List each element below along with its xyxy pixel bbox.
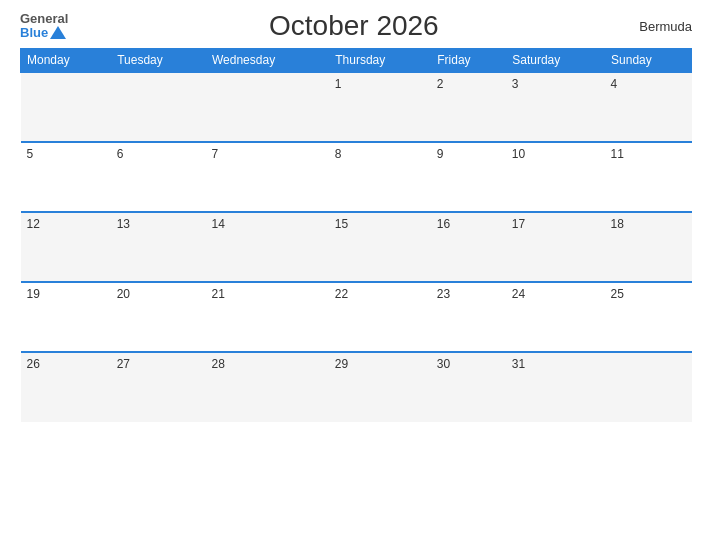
logo-triangle-icon xyxy=(50,26,66,39)
calendar-day-cell: 9 xyxy=(431,142,506,212)
col-wednesday: Wednesday xyxy=(205,49,328,73)
calendar-day-cell: 18 xyxy=(605,212,692,282)
calendar-day-cell: 7 xyxy=(205,142,328,212)
day-number: 31 xyxy=(512,357,525,371)
col-monday: Monday xyxy=(21,49,111,73)
day-number: 27 xyxy=(117,357,130,371)
calendar-day-cell: 13 xyxy=(111,212,206,282)
col-thursday: Thursday xyxy=(329,49,431,73)
calendar-day-cell xyxy=(111,72,206,142)
day-number: 5 xyxy=(27,147,34,161)
day-number: 13 xyxy=(117,217,130,231)
calendar-day-cell: 26 xyxy=(21,352,111,422)
calendar-day-cell: 30 xyxy=(431,352,506,422)
calendar-day-cell: 1 xyxy=(329,72,431,142)
day-number: 9 xyxy=(437,147,444,161)
day-number: 1 xyxy=(335,77,342,91)
header: General Blue October 2026 Bermuda xyxy=(20,10,692,42)
day-number: 26 xyxy=(27,357,40,371)
calendar-day-cell: 28 xyxy=(205,352,328,422)
calendar-table: Monday Tuesday Wednesday Thursday Friday… xyxy=(20,48,692,422)
col-sunday: Sunday xyxy=(605,49,692,73)
day-number: 18 xyxy=(611,217,624,231)
logo-blue-text: Blue xyxy=(20,26,48,40)
day-number: 6 xyxy=(117,147,124,161)
calendar-day-cell: 4 xyxy=(605,72,692,142)
calendar-week-row: 12131415161718 xyxy=(21,212,692,282)
day-number: 28 xyxy=(211,357,224,371)
day-number: 8 xyxy=(335,147,342,161)
calendar-day-cell: 29 xyxy=(329,352,431,422)
calendar-day-cell xyxy=(605,352,692,422)
region-label: Bermuda xyxy=(639,19,692,34)
day-number: 20 xyxy=(117,287,130,301)
day-number: 19 xyxy=(27,287,40,301)
day-number: 10 xyxy=(512,147,525,161)
day-number: 4 xyxy=(611,77,618,91)
calendar-week-row: 567891011 xyxy=(21,142,692,212)
col-saturday: Saturday xyxy=(506,49,605,73)
calendar-day-cell: 19 xyxy=(21,282,111,352)
day-number: 25 xyxy=(611,287,624,301)
day-number: 24 xyxy=(512,287,525,301)
calendar-day-cell xyxy=(205,72,328,142)
calendar-day-cell: 24 xyxy=(506,282,605,352)
calendar-day-cell: 31 xyxy=(506,352,605,422)
day-number: 17 xyxy=(512,217,525,231)
calendar-day-cell: 22 xyxy=(329,282,431,352)
col-tuesday: Tuesday xyxy=(111,49,206,73)
calendar-day-cell: 8 xyxy=(329,142,431,212)
calendar-day-cell: 25 xyxy=(605,282,692,352)
calendar-header-row: Monday Tuesday Wednesday Thursday Friday… xyxy=(21,49,692,73)
calendar-day-cell: 14 xyxy=(205,212,328,282)
calendar-day-cell: 15 xyxy=(329,212,431,282)
day-number: 21 xyxy=(211,287,224,301)
day-number: 16 xyxy=(437,217,450,231)
calendar-day-cell: 23 xyxy=(431,282,506,352)
day-number: 15 xyxy=(335,217,348,231)
day-number: 11 xyxy=(611,147,624,161)
day-number: 29 xyxy=(335,357,348,371)
col-friday: Friday xyxy=(431,49,506,73)
calendar-day-cell: 20 xyxy=(111,282,206,352)
calendar-day-cell xyxy=(21,72,111,142)
day-number: 30 xyxy=(437,357,450,371)
day-number: 2 xyxy=(437,77,444,91)
calendar-day-cell: 16 xyxy=(431,212,506,282)
logo-general-text: General xyxy=(20,12,68,26)
calendar-week-row: 19202122232425 xyxy=(21,282,692,352)
day-number: 23 xyxy=(437,287,450,301)
calendar-day-cell: 5 xyxy=(21,142,111,212)
calendar-day-cell: 27 xyxy=(111,352,206,422)
day-number: 3 xyxy=(512,77,519,91)
day-number: 7 xyxy=(211,147,218,161)
calendar-day-cell: 21 xyxy=(205,282,328,352)
calendar-day-cell: 17 xyxy=(506,212,605,282)
calendar-title: October 2026 xyxy=(269,10,439,42)
calendar-week-row: 262728293031 xyxy=(21,352,692,422)
calendar-day-cell: 3 xyxy=(506,72,605,142)
calendar-day-cell: 11 xyxy=(605,142,692,212)
day-number: 22 xyxy=(335,287,348,301)
day-number: 14 xyxy=(211,217,224,231)
calendar-day-cell: 2 xyxy=(431,72,506,142)
day-number: 12 xyxy=(27,217,40,231)
logo: General Blue xyxy=(20,12,68,41)
calendar-day-cell: 12 xyxy=(21,212,111,282)
calendar-day-cell: 6 xyxy=(111,142,206,212)
calendar-day-cell: 10 xyxy=(506,142,605,212)
calendar-week-row: 1234 xyxy=(21,72,692,142)
